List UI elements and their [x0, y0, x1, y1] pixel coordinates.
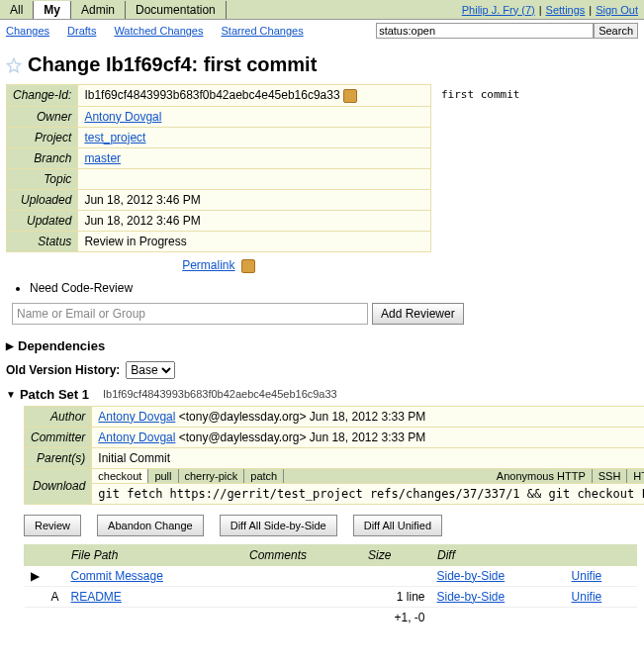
subnav-watched[interactable]: Watched Changes: [114, 25, 203, 37]
col-comments: Comments: [243, 544, 362, 565]
diff-unified-link[interactable]: Unifie: [572, 569, 602, 583]
patchset-table: Author Antony Dovgal <tony@daylessday.or…: [24, 406, 644, 505]
val-parents: Initial Commit: [92, 447, 644, 468]
settings-link[interactable]: Settings: [546, 4, 586, 16]
permalink-row: Permalink: [6, 252, 431, 279]
row-mod: [46, 565, 65, 586]
val-uploaded: Jun 18, 2012 3:46 PM: [78, 189, 431, 210]
title-row: Change Ib1f69cf4: first commit: [0, 42, 644, 84]
col-diff: Diff: [431, 544, 566, 565]
owner-link[interactable]: Antony Dovgal: [84, 110, 161, 124]
col-arrow: [25, 544, 46, 565]
add-reviewer-button[interactable]: Add Reviewer: [372, 303, 464, 325]
label-parents: Parent(s): [25, 447, 92, 468]
subnav-drafts[interactable]: Drafts: [67, 25, 96, 37]
row-size: 1 line: [362, 586, 431, 607]
dl-tab-cherrypick[interactable]: cherry-pick: [179, 469, 245, 483]
top-right: Philip J. Fry (7) | Settings | Sign Out: [462, 4, 644, 16]
row-size: [362, 565, 431, 586]
old-version-row: Old Version History: Base: [0, 357, 644, 383]
reviewer-input[interactable]: [12, 303, 368, 325]
author-rest: <tony@daylessday.org> Jun 18, 2012 3:33 …: [175, 410, 425, 424]
patchset-label: Patch Set 1: [20, 387, 89, 402]
diff-unified-button[interactable]: Diff All Unified: [353, 515, 442, 536]
col-size: Size: [362, 544, 431, 565]
search-button[interactable]: Search: [594, 23, 638, 39]
patchset-section[interactable]: ▼ Patch Set 1 Ib1f69cf4843993b683f0b42ae…: [0, 383, 644, 406]
file-link[interactable]: Commit Message: [71, 569, 163, 583]
abandon-button[interactable]: Abandon Change: [97, 515, 204, 536]
permalink-link[interactable]: Permalink: [182, 258, 234, 272]
clipboard-icon[interactable]: [241, 259, 255, 273]
project-link[interactable]: test_project: [84, 131, 145, 144]
file-link[interactable]: README: [71, 590, 122, 604]
file-row: A README 1 line Side-by-Side Unifie: [25, 586, 637, 607]
search-input[interactable]: [376, 23, 594, 39]
dependencies-label: Dependencies: [18, 338, 105, 353]
label-status: Status: [7, 231, 78, 251]
dl-tab-pull[interactable]: pull: [148, 469, 178, 483]
collapse-icon: ▼: [6, 389, 16, 400]
label-change-id: Change-Id:: [7, 85, 78, 107]
label-author: Author: [25, 406, 92, 427]
ovh-label: Old Version History:: [6, 363, 120, 377]
patchset-hash: Ib1f69cf4843993b683f0b42aebc4e45eb16c9a3…: [103, 388, 337, 400]
label-committer: Committer: [25, 427, 92, 447]
row-mod: A: [46, 586, 65, 607]
row-arrow-icon: ▶: [25, 565, 46, 586]
action-buttons: Review Abandon Change Diff All Side-by-S…: [0, 505, 644, 544]
committer-rest: <tony@daylessday.org> Jun 18, 2012 3:33 …: [175, 430, 425, 444]
label-topic: Topic: [7, 168, 78, 189]
label-updated: Updated: [7, 210, 78, 231]
subnav-starred[interactable]: Starred Changes: [221, 25, 303, 37]
change-info-table: Change-Id: Ib1f69cf4843993b683f0b42aebc4…: [6, 84, 431, 252]
col-mod: [46, 544, 65, 565]
tab-admin[interactable]: Admin: [71, 1, 126, 19]
review-button[interactable]: Review: [24, 515, 81, 536]
dl-tab-checkout[interactable]: checkout: [92, 469, 148, 483]
label-owner: Owner: [7, 106, 78, 127]
val-status: Review in Progress: [78, 231, 431, 251]
diff-sbs-button[interactable]: Diff All Side-by-Side: [220, 515, 337, 536]
author-link[interactable]: Antony Dovgal: [98, 410, 175, 424]
diff-unified-link[interactable]: Unifie: [572, 590, 602, 604]
branch-link[interactable]: master: [84, 151, 121, 165]
val-topic: [78, 168, 431, 189]
subnav-changes[interactable]: Changes: [6, 25, 49, 37]
tab-my[interactable]: My: [34, 1, 71, 19]
user-link[interactable]: Philip J. Fry (7): [462, 4, 535, 16]
val-change-id: Ib1f69cf4843993b683f0b42aebc4e45eb16c9a3…: [78, 85, 431, 107]
col-diff2: [566, 544, 637, 565]
diff-sbs-link[interactable]: Side-by-Side: [437, 569, 506, 583]
committer-link[interactable]: Antony Dovgal: [98, 430, 175, 444]
dl-proto-anon[interactable]: Anonymous HTTP: [491, 469, 593, 483]
row-comments: [243, 565, 362, 586]
file-row: ▶ Commit Message Side-by-Side Unifie: [25, 565, 637, 586]
dl-tab-patch[interactable]: patch: [244, 469, 284, 483]
signout-link[interactable]: Sign Out: [596, 4, 638, 16]
ovh-select[interactable]: Base: [126, 361, 175, 379]
diff-sbs-link[interactable]: Side-by-Side: [437, 590, 506, 604]
tab-documentation[interactable]: Documentation: [126, 1, 227, 19]
star-icon[interactable]: [6, 57, 22, 73]
download-tabs: checkout pull cherry-pick patch Anonymou…: [92, 469, 644, 483]
expand-icon: ▶: [6, 340, 14, 351]
dependencies-section[interactable]: ▶ Dependencies: [0, 334, 644, 357]
search-box: Search: [376, 23, 638, 39]
row-comments: [243, 586, 362, 607]
file-total-row: +1, -0: [25, 607, 637, 627]
dl-proto-http[interactable]: HTTP: [627, 469, 644, 483]
label-download: Download: [25, 468, 92, 504]
download-command[interactable]: git fetch https://gerrit/test_project re…: [92, 483, 644, 504]
info-wrap: Change-Id: Ib1f69cf4843993b683f0b42aebc4…: [0, 84, 644, 252]
commit-message: first commit: [431, 84, 529, 252]
sub-nav: Changes Drafts Watched Changes Starred C…: [0, 20, 644, 42]
needs-text: Need Code-Review: [30, 281, 644, 295]
val-updated: Jun 18, 2012 3:46 PM: [78, 210, 431, 231]
files-table: File Path Comments Size Diff ▶ Commit Me…: [24, 544, 637, 627]
dl-proto-ssh[interactable]: SSH: [593, 469, 628, 483]
total-changes: +1, -0: [362, 607, 431, 627]
page-title: Change Ib1f69cf4: first commit: [28, 53, 317, 76]
clipboard-icon[interactable]: [343, 89, 357, 103]
tab-all[interactable]: All: [0, 1, 34, 19]
